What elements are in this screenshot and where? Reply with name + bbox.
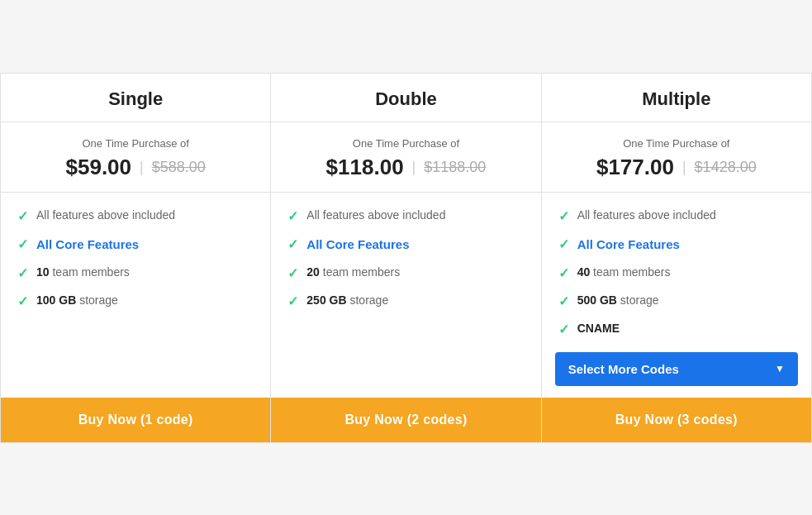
check-icon: ✓ [287,236,298,252]
feature-text-core: All Core Features [306,236,409,253]
plan-pricing-multiple: One Time Purchase of$177.00|$1428.00 [542,122,811,193]
feature-item-storage: ✓500 GB storage [558,293,795,309]
feature-item-team: ✓40 team members [558,265,795,281]
feature-item-team: ✓10 team members [17,265,254,281]
select-more-codes-label: Select More Codes [568,362,679,376]
feature-text-team: 20 team members [306,265,400,281]
plan-pricing-single: One Time Purchase of$59.00|$588.00 [1,122,270,193]
price-original-multiple: $1428.00 [695,159,757,176]
plan-name-multiple: Multiple [558,88,795,110]
feature-text-storage: 100 GB storage [36,293,118,309]
price-divider-multiple: | [682,159,686,176]
one-time-label-single: One Time Purchase of [17,137,254,150]
feature-item-team: ✓20 team members [287,265,524,281]
price-divider-single: | [140,159,144,176]
check-icon: ✓ [17,208,28,224]
feature-text-team: 40 team members [577,265,671,281]
plan-header-double: Double [271,74,540,122]
feature-text-all-features: All features above included [306,207,445,224]
check-icon: ✓ [287,265,298,281]
price-original-single: $588.00 [152,159,206,176]
check-icon: ✓ [558,322,569,337]
feature-item-core: ✓All Core Features [558,236,795,253]
plan-multiple: MultipleOne Time Purchase of$177.00|$142… [542,74,811,442]
feature-text-core: All Core Features [36,236,139,253]
plan-double: DoubleOne Time Purchase of$118.00|$1188.… [271,74,541,442]
feature-item-core: ✓All Core Features [287,236,524,253]
feature-item-cname: ✓CNAME [558,321,795,337]
buy-now-button-single[interactable]: Buy Now (1 code) [1,398,270,442]
chevron-down-icon: ▼ [775,363,785,374]
feature-item-all-features: ✓All features above included [17,207,254,224]
check-icon: ✓ [287,293,298,309]
plan-name-double: Double [287,88,524,110]
feature-text-cname: CNAME [577,321,620,337]
check-icon: ✓ [558,208,569,224]
plan-features-multiple: ✓All features above included✓All Core Fe… [542,193,811,352]
check-icon: ✓ [558,265,569,281]
price-divider-double: | [412,159,416,176]
one-time-label-double: One Time Purchase of [287,137,524,150]
price-row-double: $118.00|$1188.00 [287,155,524,180]
price-current-single: $59.00 [66,155,132,180]
feature-text-storage: 250 GB storage [306,293,388,309]
check-icon: ✓ [17,265,28,281]
spacer [271,355,540,398]
price-row-multiple: $177.00|$1428.00 [558,155,795,180]
buy-now-button-double[interactable]: Buy Now (2 codes) [271,398,540,442]
check-icon: ✓ [558,293,569,309]
plan-single: SingleOne Time Purchase of$59.00|$588.00… [1,74,271,442]
check-icon: ✓ [287,208,298,224]
feature-item-storage: ✓100 GB storage [17,293,254,309]
plan-name-single: Single [17,88,254,110]
feature-text-storage: 500 GB storage [577,293,659,309]
spacer [1,355,270,398]
check-icon: ✓ [558,236,569,252]
price-current-multiple: $177.00 [596,155,674,180]
one-time-label-multiple: One Time Purchase of [558,137,795,150]
feature-text-team: 10 team members [36,265,130,281]
feature-item-core: ✓All Core Features [17,236,254,253]
price-row-single: $59.00|$588.00 [17,155,254,180]
pricing-container: SingleOne Time Purchase of$59.00|$588.00… [0,73,812,443]
feature-item-all-features: ✓All features above included [558,207,795,224]
feature-text-all-features: All features above included [577,207,716,224]
plan-features-single: ✓All features above included✓All Core Fe… [1,193,270,355]
check-icon: ✓ [17,236,28,252]
feature-item-storage: ✓250 GB storage [287,293,524,309]
plan-features-double: ✓All features above included✓All Core Fe… [271,193,540,355]
plan-pricing-double: One Time Purchase of$118.00|$1188.00 [271,122,540,193]
buy-now-button-multiple[interactable]: Buy Now (3 codes) [542,398,811,442]
feature-text-all-features: All features above included [36,207,175,224]
check-icon: ✓ [17,293,28,309]
plan-header-single: Single [1,74,270,122]
plan-header-multiple: Multiple [542,74,811,122]
price-original-double: $1188.00 [424,159,486,176]
feature-item-all-features: ✓All features above included [287,207,524,224]
price-current-double: $118.00 [326,155,404,180]
select-more-codes-button[interactable]: Select More Codes▼ [555,352,798,386]
feature-text-core: All Core Features [577,236,680,253]
